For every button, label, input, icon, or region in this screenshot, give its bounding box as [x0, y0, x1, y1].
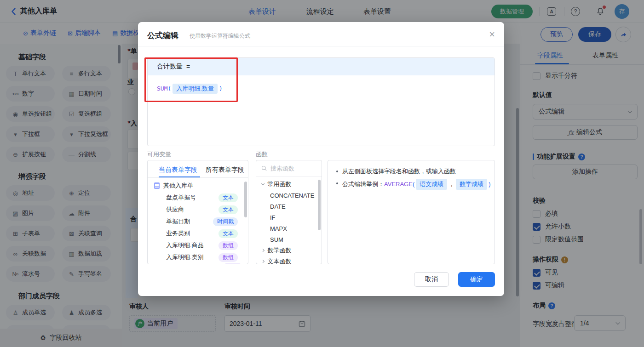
clipped-tag-fragment [225, 263, 241, 264]
type-tag: 文本 [218, 229, 238, 238]
variables-label: 可用变量 [147, 150, 171, 159]
type-tag: 文本 [218, 193, 238, 202]
type-tag: 文本 [218, 205, 238, 214]
type-tag: 数组 [218, 241, 238, 250]
tree-root[interactable]: 其他入库单 [148, 180, 248, 192]
type-tag: 数组 [218, 253, 238, 262]
variable-row[interactable]: 盘点单据号文本 [148, 192, 248, 204]
chevron-down-icon [261, 182, 265, 186]
close-icon[interactable]: × [489, 28, 495, 40]
tip-line: 从左侧面板选择字段名和函数，或输入函数 [336, 167, 456, 176]
equals-sign: = [186, 63, 190, 70]
cancel-button[interactable]: 取消 [414, 272, 449, 287]
function-group-common[interactable]: 常用函数 [256, 179, 322, 190]
variable-row[interactable]: 入库明细.商品数组 [148, 239, 248, 251]
bullet [336, 182, 338, 184]
formula-target-row: 合计数量 = [148, 58, 494, 75]
function-name: AVERAGE [384, 181, 413, 188]
function-group-math[interactable]: 数学函数 [256, 245, 322, 256]
variable-row[interactable]: 单据日期时间戳 [148, 216, 248, 228]
function-group-text[interactable]: 文本函数 [256, 256, 322, 264]
confirm-button[interactable]: 确定 [458, 272, 495, 287]
formula-edit-modal: 公式编辑 使用数学运算符编辑公式 × 合计数量 = SUM(入库明细.数量) 可… [138, 22, 504, 296]
tab-all-form-fields[interactable]: 所有表单字段 [206, 166, 244, 174]
variable-row[interactable]: 入库明细.类别数组 [148, 251, 248, 263]
search-input[interactable] [270, 165, 316, 172]
tip-example-line: 公式编辑举例：AVERAGE(语文成绩，数学成绩) [336, 179, 491, 190]
divider [138, 46, 504, 46]
divider [148, 177, 248, 178]
function-item[interactable]: MAPX [256, 223, 322, 234]
modal-subtitle: 使用数学运算符编辑公式 [190, 32, 250, 40]
field-chip[interactable]: 入库明细.数量 [172, 84, 218, 94]
formula-editor[interactable]: 合计数量 = SUM(入库明细.数量) [147, 57, 495, 146]
field-chip: 语文成绩 [416, 179, 447, 190]
formula-target: 合计数量 [157, 63, 183, 71]
search-icon [261, 165, 267, 171]
form-document-icon [154, 182, 160, 189]
function-search[interactable] [256, 160, 322, 176]
function-item[interactable]: CONCATENATE [256, 190, 322, 201]
modal-title: 公式编辑 [147, 30, 178, 41]
variables-scrollbar[interactable] [244, 182, 247, 217]
variable-row[interactable]: 供应商文本 [148, 204, 248, 216]
variables-panel: 当前表单字段 所有表单字段 其他入库单 盘点单据号文本 供应商文本 单据日期时间… [147, 160, 248, 264]
type-tag: 时间戳 [213, 217, 238, 226]
bullet [336, 171, 338, 172]
tab-current-form-fields[interactable]: 当前表单字段 [159, 166, 197, 174]
function-name: SUM [157, 85, 167, 92]
formula-expression[interactable]: SUM(入库明细.数量) [148, 75, 494, 102]
variable-row[interactable]: 业务类别文本 [148, 228, 248, 239]
function-item[interactable]: IF [256, 212, 322, 223]
function-item[interactable]: SUM [256, 234, 322, 245]
functions-panel: 常用函数 CONCATENATE DATE IF MAPX SUM 数学函数 文… [256, 160, 322, 264]
chevron-right-icon [261, 260, 265, 263]
function-item[interactable]: DATE [256, 201, 322, 212]
chevron-right-icon [261, 249, 265, 252]
tips-panel: 从左侧面板选择字段名和函数，或输入函数 公式编辑举例：AVERAGE(语文成绩，… [328, 160, 495, 264]
functions-label: 函数 [256, 150, 268, 159]
functions-scrollbar[interactable] [318, 180, 321, 230]
field-chip: 数学成绩 [456, 179, 487, 190]
